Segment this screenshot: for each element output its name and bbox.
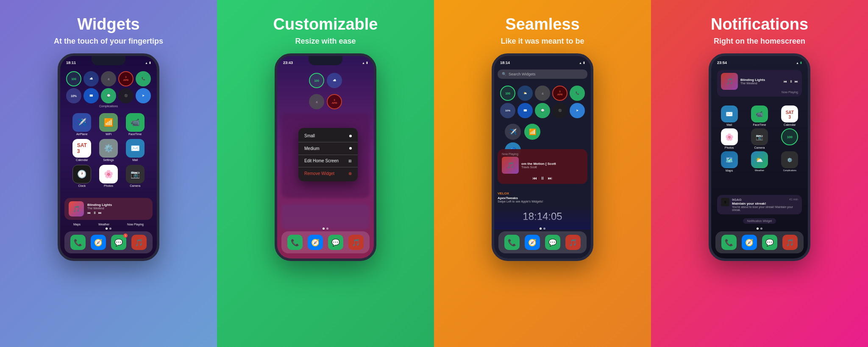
calendar-app-4[interactable]: SAT3 Calendar (776, 105, 804, 126)
dock-music[interactable]: 🎵 (131, 235, 147, 250)
mail-label: Mail (132, 158, 138, 161)
phone3-notch (526, 56, 559, 65)
phone-complication[interactable]: 📞 (136, 71, 151, 86)
calendar-complication[interactable]: 3APR (118, 71, 134, 86)
wifi-app[interactable]: 📶 WiFi (97, 113, 120, 136)
dark-comp-3[interactable]: ⚫ (552, 103, 568, 118)
edit-icon: ⊞ (348, 159, 352, 163)
phone3-time: 18:14 (500, 61, 510, 65)
velox-title: ApexTweaks (498, 196, 587, 200)
menu-remove-widget[interactable]: Remove Widget ⊗ (298, 168, 358, 179)
dock-safari-3[interactable]: 🧭 (525, 235, 540, 250)
music-complication[interactable]: ♫ (101, 71, 116, 86)
dock-messages-4[interactable]: 💬 (762, 235, 777, 250)
dock-2: 📞 🧭 💬 🎵 (281, 231, 370, 253)
mail-complication[interactable]: ✉️ (83, 88, 99, 103)
phone-comp-3[interactable]: 📞 (570, 86, 585, 101)
next-btn[interactable]: ⏭ (98, 211, 102, 215)
dock-safari-2[interactable]: 🧭 (308, 235, 323, 250)
battery-widget-4[interactable]: 100 (776, 128, 804, 149)
np-play[interactable]: ⏸ (540, 176, 545, 180)
msg-comp-3[interactable]: 💬 (535, 103, 550, 118)
music-controls: ⏮ ⏸ ⏭ (87, 211, 148, 215)
arrow-comp-3[interactable]: ➤ (570, 103, 585, 118)
context-menu: Small Medium Edit Home Screen ⊞ Remove W… (298, 128, 358, 181)
music-comp-3[interactable]: ♫ (535, 86, 550, 101)
battery-icon-4: ▮ (800, 61, 802, 64)
calendar-app[interactable]: SAT3 Calendar (70, 139, 94, 161)
weather-comp-3[interactable]: ⛅ (517, 86, 533, 101)
menu-edit-label: Edit Home Screen (304, 158, 339, 163)
battery-complication[interactable]: 100 (66, 71, 81, 86)
dock-messages[interactable]: 💬 1 (111, 235, 126, 250)
camera-app[interactable]: 📷 Camera (123, 165, 147, 187)
dark-complication[interactable]: ⚫ (118, 88, 134, 103)
messages-complication[interactable]: 💬 (101, 88, 116, 103)
menu-medium[interactable]: Medium (298, 143, 358, 154)
side-btn-vol-up-3 (492, 98, 492, 114)
prev-4[interactable]: ⏮ (784, 80, 787, 83)
next-4[interactable]: ⏭ (795, 80, 798, 83)
airplane-cc[interactable]: ✈️ (505, 124, 521, 140)
complications-app-4[interactable]: ⚙️ Complications (776, 151, 804, 172)
photos-4: Photos (725, 146, 734, 149)
pct-comp-3[interactable]: 10% (500, 103, 515, 118)
dock-music-4[interactable]: 🎵 (782, 235, 798, 250)
airplane-app[interactable]: ✈️ AirPlane (70, 113, 94, 136)
search-bar[interactable]: 🔍 Search Widgets (498, 69, 587, 79)
cal-comp-2[interactable]: 3APR (327, 94, 342, 109)
play-4[interactable]: ⏸ (789, 80, 793, 83)
nowplaying-card[interactable]: Now Playing 🎵 om the Motion [ Scott Trav… (498, 149, 587, 184)
maps-app-4[interactable]: 🗺️ Maps (715, 151, 743, 172)
wifi-cc[interactable]: 📶 (524, 124, 540, 140)
dock-messages-2[interactable]: 💬 (328, 235, 343, 250)
pct-complication[interactable]: 10% (66, 88, 81, 103)
dock-phone-4[interactable]: 📞 (721, 235, 737, 250)
velox-brand: VELOX (498, 192, 587, 195)
mail-app-4[interactable]: ✉️ Mail (715, 105, 743, 126)
menu-medium-label: Medium (304, 146, 320, 151)
music-widget[interactable]: 🎵 Blinding Lights The Weeknd ⏮ ⏸ ⏭ (64, 198, 153, 220)
blinding-artist: The Weeknd (740, 82, 781, 85)
menu-small[interactable]: Small (298, 130, 358, 141)
weather-comp-2[interactable]: ☁️ (327, 73, 342, 88)
facetime-app[interactable]: 📹 FaceTime (123, 113, 147, 136)
battery-comp-2[interactable]: 100 (309, 73, 324, 88)
np-prev[interactable]: ⏮ (533, 176, 537, 180)
camera-app-4[interactable]: 📷 Camera (746, 128, 773, 149)
side-btn-vol-down (58, 115, 58, 130)
dock-music-3[interactable]: 🎵 (565, 235, 581, 250)
photos-app[interactable]: 🌸 Photos (97, 165, 120, 187)
dock-safari[interactable]: 🧭 (91, 235, 106, 250)
phone2-status-icons: ▲ ▮ (362, 61, 368, 64)
weather-complication[interactable]: ☁️ (83, 71, 99, 86)
facetime-app-4[interactable]: 📹 FaceTime (746, 105, 773, 126)
dock-messages-3[interactable]: 💬 (545, 235, 560, 250)
settings-app[interactable]: ⚙️ Settings (97, 139, 120, 161)
phone-4: 23:54 ▲ ▮ 🎵 Blinding Lights The Weeknd (709, 53, 810, 261)
photos-app-4[interactable]: 🌸 Photos (715, 128, 743, 149)
notif-row-1: 🎵 Blinding Lights The Weeknd ⏮ ⏸ ⏭ (721, 73, 798, 90)
velox-notification: VELOX ApexTweaks Swipe Left to see Apple… (498, 192, 587, 203)
weather-app-4[interactable]: ⛅ Weather (746, 151, 773, 172)
dot-3-2 (543, 228, 545, 230)
mail-app[interactable]: ✉️ Mail (123, 139, 147, 161)
dock-phone[interactable]: 📞 (70, 235, 86, 250)
np-next[interactable]: ⏭ (548, 176, 552, 180)
dock-phone-3[interactable]: 📞 (504, 235, 520, 250)
blinding-lights-notif[interactable]: 🎵 Blinding Lights The Weeknd ⏮ ⏸ ⏭ Now P… (717, 70, 802, 97)
9gag-notif[interactable]: 9 9GAG 41 min Maintain your streak! You'… (717, 195, 802, 214)
dock-safari-4[interactable]: 🧭 (742, 235, 757, 250)
velox-body: Swipe Left to see Apple's Widgets! (498, 200, 587, 203)
bat-comp-3[interactable]: 100 (500, 86, 515, 101)
cal-comp-3[interactable]: 3APR (552, 86, 568, 101)
mail-comp-3[interactable]: ✉️ (517, 103, 533, 118)
dock-music-2[interactable]: 🎵 (348, 235, 364, 250)
menu-edit-home[interactable]: Edit Home Screen ⊞ (298, 155, 358, 166)
clock-app[interactable]: 🕐 Clock (70, 165, 94, 187)
play-btn[interactable]: ⏸ (93, 211, 96, 215)
arrow-complication[interactable]: ➤ (136, 88, 151, 103)
dock-phone-2[interactable]: 📞 (287, 235, 303, 250)
music-comp-2[interactable]: ♫ (309, 94, 324, 109)
prev-btn[interactable]: ⏮ (87, 211, 91, 215)
